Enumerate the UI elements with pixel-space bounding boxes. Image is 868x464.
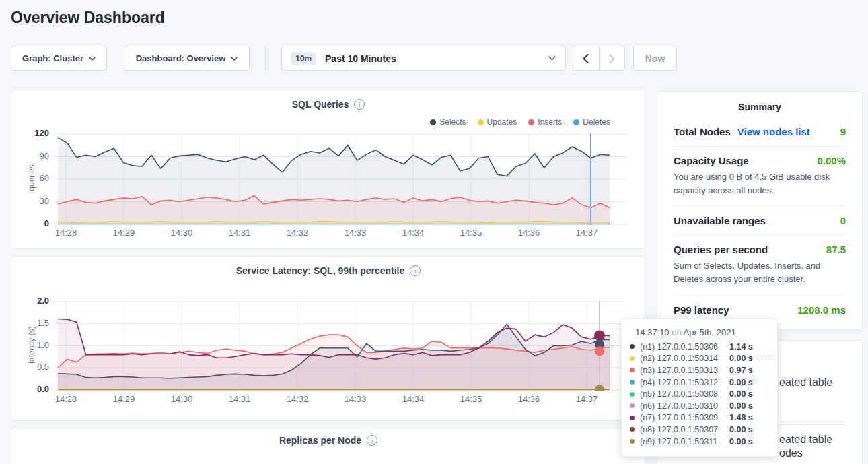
- x-axis-tick-label: 14:32: [283, 394, 312, 404]
- tooltip-node-address: (n5) 127.0.0.1:50308: [640, 389, 729, 399]
- tooltip-node-row: (n4) 127.0.0.1:503120.00 s: [627, 376, 768, 389]
- node-color-dot: [630, 356, 635, 361]
- tooltip-node-address: (n7) 127.0.0.1:50309: [640, 413, 729, 422]
- summary-row-description: You are using 0 B of 4.5 GiB usable disk…: [674, 170, 846, 197]
- view-nodes-list-link[interactable]: View nodes list: [737, 126, 810, 137]
- dashboard-dropdown[interactable]: Dashboard: Overview: [124, 46, 250, 71]
- legend-label: Deletes: [583, 117, 610, 127]
- x-axis-tick-label: 14:31: [225, 228, 254, 238]
- y-axis-unit-label: latency (s): [27, 298, 36, 392]
- node-color-dot: [630, 392, 635, 397]
- graph-dropdown[interactable]: Graph: Cluster: [11, 46, 107, 71]
- summary-row: Total NodesView nodes list9: [674, 118, 846, 147]
- legend-dot: [573, 119, 579, 125]
- summary-panel: Summary Total NodesView nodes list9Capac…: [657, 91, 863, 330]
- summary-row-label: P99 latency: [674, 304, 729, 316]
- summary-row-value: 1208.0 ms: [797, 304, 846, 316]
- event-item: odes: [779, 447, 803, 459]
- summary-row-label: Unavailable ranges: [674, 215, 766, 226]
- x-axis-tick-label: 14:28: [51, 228, 81, 238]
- replicas-per-node-chart-card: Replicas per Node i: [11, 428, 646, 464]
- legend-item-deletes[interactable]: Deletes: [573, 117, 610, 127]
- tooltip-node-address: (n1) 127.0.0.1:50306: [640, 342, 729, 352]
- node-color-dot: [630, 344, 635, 349]
- tooltip-node-address: (n6) 127.0.0.1:50310: [640, 401, 729, 411]
- legend-label: Updates: [487, 117, 517, 127]
- tooltip-node-row: (n5) 127.0.0.1:503080.00 s: [627, 388, 768, 400]
- summary-row-value: 9: [840, 126, 846, 137]
- toolbar-separator: [265, 46, 266, 71]
- time-range-picker[interactable]: 10m Past 10 Minutes: [281, 46, 566, 71]
- service-latency-chart-card: Service Latency: SQL, 99th percentile i …: [11, 256, 646, 421]
- next-time-window-button[interactable]: [600, 46, 625, 70]
- event-item: eated table: [779, 376, 832, 389]
- legend-dot: [430, 119, 436, 125]
- x-axis-tick-label: 14:29: [109, 394, 139, 404]
- tooltip-node-row: (n1) 127.0.0.1:503061.14 s: [627, 341, 768, 353]
- tooltip-node-row: (n8) 127.0.0.1:503070.00 s: [627, 424, 768, 436]
- x-axis-tick-label: 14:34: [398, 394, 428, 404]
- x-axis-tick-label: 14:33: [340, 394, 370, 404]
- now-button[interactable]: Now: [633, 46, 677, 71]
- summary-row-label: Queries per second: [674, 244, 768, 255]
- info-icon[interactable]: i: [410, 265, 421, 276]
- tooltip-node-value: 0.00 s: [729, 354, 753, 363]
- tooltip-node-address: (n4) 127.0.0.1:50312: [640, 378, 729, 387]
- graph-dropdown-label: Graph: Cluster: [22, 53, 83, 63]
- x-axis-tick-label: 14:29: [109, 228, 139, 238]
- x-axis-tick-label: 14:34: [398, 228, 428, 238]
- tooltip-node-value: 0.00 s: [729, 401, 753, 411]
- tooltip-node-row: (n2) 127.0.0.1:503140.00 s: [627, 353, 768, 365]
- overview-dashboard-page: Overview Dashboard Graph: Cluster Dashbo…: [0, 0, 868, 464]
- tooltip-node-address: (n9) 127.0.0.1:50311: [640, 437, 729, 446]
- x-axis-tick-label: 14:30: [167, 228, 196, 238]
- summary-row-value: 87.5: [826, 244, 846, 255]
- summary-row: Capacity Usage0.00%You are using 0 B of …: [674, 147, 846, 207]
- time-range-label: Past 10 Minutes: [325, 53, 396, 64]
- legend-item-updates[interactable]: Updates: [478, 117, 517, 127]
- time-range-badge: 10m: [291, 52, 316, 65]
- sql-queries-chart-title: SQL Queries: [292, 99, 349, 110]
- page-title: Overview Dashboard: [11, 9, 165, 27]
- previous-time-window-button[interactable]: [573, 46, 600, 70]
- legend-item-inserts[interactable]: Inserts: [528, 117, 562, 127]
- tooltip-node-value: 0.00 s: [729, 378, 753, 387]
- sql-queries-chart-card: SQL Queries i 030609012014:2814:2914:301…: [11, 90, 646, 249]
- summary-row-description: Sum of Selects, Updates, Inserts, and De…: [674, 259, 846, 286]
- service-latency-plot-area[interactable]: [55, 301, 626, 391]
- x-axis-tick-label: 14:30: [167, 394, 196, 404]
- tooltip-node-value: 0.00 s: [729, 425, 753, 434]
- dashboard-dropdown-label: Dashboard: Overview: [136, 53, 226, 63]
- tooltip-node-value: 1.14 s: [729, 342, 753, 352]
- legend-item-selects[interactable]: Selects: [430, 117, 466, 127]
- tooltip-node-address: (n2) 127.0.0.1:50314: [640, 354, 729, 363]
- x-axis-tick-label: 14:37: [572, 228, 602, 238]
- x-axis-tick-label: 14:28: [51, 394, 81, 404]
- tooltip-node-address: (n3) 127.0.0.1:50313: [640, 366, 729, 375]
- tooltip-node-value: 0.97 s: [729, 366, 753, 375]
- tooltip-timestamp: 14:37:10 on Apr 5th, 2021: [635, 327, 768, 337]
- summary-row-label: Total Nodes: [674, 126, 731, 137]
- x-axis-tick-label: 14:35: [456, 394, 486, 404]
- tooltip-node-row: (n3) 127.0.0.1:503130.97 s: [627, 364, 768, 376]
- legend-dot: [528, 119, 534, 125]
- x-axis-tick-label: 14:33: [340, 228, 370, 238]
- sql-queries-plot-area[interactable]: [55, 133, 626, 225]
- service-latency-chart-title: Service Latency: SQL, 99th percentile: [236, 265, 405, 276]
- x-axis-tick-label: 14:35: [456, 228, 486, 238]
- x-axis-tick-label: 14:32: [283, 228, 312, 238]
- legend-dot: [478, 119, 484, 125]
- info-icon[interactable]: i: [367, 435, 377, 446]
- chevron-right-icon: [609, 54, 615, 63]
- event-item: eated table: [779, 434, 832, 446]
- node-color-dot: [630, 416, 635, 420]
- info-icon[interactable]: i: [354, 99, 365, 110]
- node-color-dot: [630, 380, 635, 385]
- x-axis-tick-label: 14:37: [572, 394, 602, 404]
- tooltip-node-value: 0.00 s: [729, 437, 753, 446]
- summary-row-value: 0: [840, 215, 846, 226]
- node-color-dot: [630, 439, 635, 444]
- legend-label: Inserts: [538, 117, 562, 127]
- x-axis-tick-label: 14:36: [514, 228, 544, 238]
- node-color-dot: [630, 427, 635, 432]
